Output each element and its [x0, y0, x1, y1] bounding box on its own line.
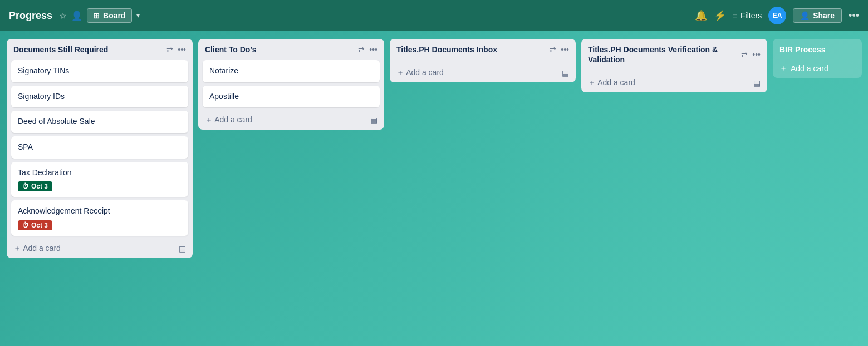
due-date-badge-green: ⏱ Oct 3 [18, 181, 52, 191]
add-card-button-1[interactable]: ＋ Add a card ▤ [7, 239, 193, 258]
column-cards-4 [581, 68, 767, 72]
share-icon: 👤 [800, 11, 810, 20]
clock-icon: ⏱ [22, 182, 29, 190]
column-title-5: BIR Process [779, 45, 855, 55]
card-spa[interactable]: SPA [11, 136, 188, 159]
column-client-todos: Client To Do's ⇄ ••• Notarize Apostille … [198, 39, 384, 130]
column-header-4: Titles.PH Documents Verification & Valid… [581, 39, 767, 68]
chevron-down-icon[interactable]: ▾ [136, 12, 140, 19]
card-template-icon[interactable]: ▤ [179, 244, 186, 253]
due-date-badge-red: ⏱ Oct 3 [18, 220, 52, 230]
expand-icon-4[interactable]: ⇄ [741, 50, 748, 59]
card-template-icon[interactable]: ▤ [753, 78, 761, 87]
board-title: Progress [9, 10, 52, 22]
filters-button[interactable]: ≡ Filters [733, 11, 762, 20]
column-header-2: Client To Do's ⇄ ••• [198, 39, 384, 58]
more-options-icon[interactable]: ••• [849, 10, 859, 22]
column-menu-icon-2[interactable]: ••• [369, 45, 377, 54]
column-bir-process: BIR Process ＋ Add a card [773, 39, 862, 78]
card-template-icon[interactable]: ▤ [562, 68, 569, 77]
board-content: Documents Still Required ⇄ ••• Signatory… [0, 31, 868, 346]
card-template-icon[interactable]: ▤ [370, 116, 377, 125]
plus-icon: ＋ [588, 78, 597, 87]
card-title: Deed of Absolute Sale [18, 116, 182, 127]
plus-icon: ＋ [396, 68, 406, 77]
plus-icon: ＋ [13, 244, 23, 253]
card-title: Signatory IDs [18, 91, 182, 102]
expand-icon-1[interactable]: ⇄ [166, 45, 173, 54]
add-card-button-5[interactable]: ＋ Add a card [773, 59, 862, 78]
card-title: Tax Declaration [18, 167, 182, 179]
card-tax-declaration[interactable]: Tax Declaration ⏱ Oct 3 [11, 162, 188, 197]
column-header-1: Documents Still Required ⇄ ••• [7, 39, 193, 58]
column-title-3: Titles.PH Documents Inbox [396, 45, 546, 55]
add-card-button-4[interactable]: ＋ Add a card ▤ [581, 73, 767, 92]
team-icon[interactable]: 👤 [71, 11, 82, 21]
column-cards-3 [390, 58, 576, 62]
column-menu-icon-3[interactable]: ••• [561, 45, 569, 54]
card-signatory-tins[interactable]: Signatory TINs [11, 60, 188, 82]
lightning-icon[interactable]: ⚡ [714, 9, 726, 22]
star-icon[interactable]: ☆ [59, 11, 67, 21]
card-notarize[interactable]: Notarize [203, 60, 380, 82]
column-title-2: Client To Do's [205, 45, 355, 55]
column-titles-verification: Titles.PH Documents Verification & Valid… [581, 39, 767, 92]
column-title-4: Titles.PH Documents Verification & Valid… [588, 45, 738, 65]
card-title: Apostille [209, 91, 373, 102]
card-deed-of-absolute-sale[interactable]: Deed of Absolute Sale [11, 111, 188, 133]
filter-icon: ≡ [733, 11, 737, 20]
card-apostille[interactable]: Apostille [203, 86, 380, 108]
board-view-button[interactable]: ⊞ Board [87, 8, 131, 23]
avatar[interactable]: EA [768, 7, 786, 24]
add-card-button-2[interactable]: ＋ Add a card ▤ [198, 111, 384, 130]
column-cards-1: Signatory TINs Signatory IDs Deed of Abs… [7, 58, 193, 238]
column-title-1: Documents Still Required [13, 45, 163, 55]
expand-icon-3[interactable]: ⇄ [550, 45, 556, 54]
column-cards-2: Notarize Apostille [198, 58, 384, 110]
plus-icon: ＋ [205, 115, 214, 124]
card-signatory-ids[interactable]: Signatory IDs [11, 86, 188, 108]
share-button[interactable]: 👤 Share [793, 8, 842, 23]
column-titles-inbox: Titles.PH Documents Inbox ⇄ ••• ＋ Add a … [390, 39, 576, 82]
column-menu-icon-1[interactable]: ••• [178, 45, 186, 54]
board-view-label: Board [103, 11, 125, 20]
board-view-icon: ⊞ [93, 11, 100, 20]
column-header-3: Titles.PH Documents Inbox ⇄ ••• [390, 39, 576, 58]
card-title: Signatory TINs [18, 66, 182, 77]
column-header-5: BIR Process [773, 39, 862, 58]
add-card-button-3[interactable]: ＋ Add a card ▤ [390, 63, 576, 82]
clock-icon: ⏱ [22, 221, 29, 229]
notification-icon[interactable]: 🔔 [695, 9, 707, 22]
card-title: SPA [18, 142, 182, 153]
plus-icon: ＋ [779, 63, 787, 73]
expand-icon-2[interactable]: ⇄ [358, 45, 365, 54]
column-menu-icon-4[interactable]: ••• [752, 50, 761, 59]
card-acknowledgement-receipt[interactable]: Acknowledgement Receipt ⏱ Oct 3 [11, 200, 188, 236]
card-title: Notarize [209, 66, 373, 77]
header: Progress ☆ 👤 ⊞ Board ▾ 🔔 ⚡ ≡ Filters EA … [0, 0, 868, 31]
card-title: Acknowledgement Receipt [18, 206, 182, 217]
column-documents-still-required: Documents Still Required ⇄ ••• Signatory… [7, 39, 193, 258]
header-right: 🔔 ⚡ ≡ Filters EA 👤 Share ••• [695, 7, 859, 24]
